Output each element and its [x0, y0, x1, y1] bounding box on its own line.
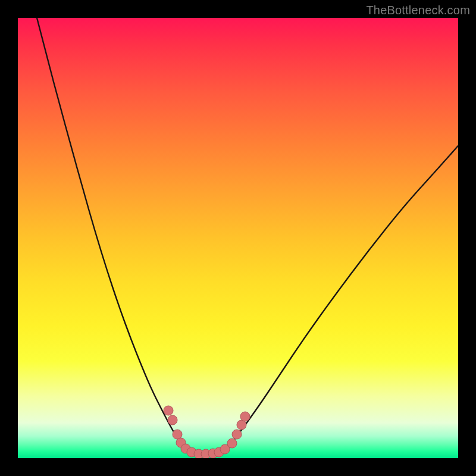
- chart-plot-area: [18, 18, 458, 458]
- bottleneck-curve: [37, 18, 458, 454]
- valley-dot: [227, 439, 237, 448]
- valley-dot: [232, 430, 242, 439]
- valley-dot: [240, 412, 250, 421]
- chart-svg: [18, 18, 458, 458]
- watermark-text: TheBottleneck.com: [366, 4, 470, 17]
- valley-dot: [168, 415, 177, 425]
- chart-frame: TheBottleneck.com: [0, 0, 476, 476]
- valley-dot: [164, 406, 173, 415]
- valley-dots-group: [164, 406, 250, 458]
